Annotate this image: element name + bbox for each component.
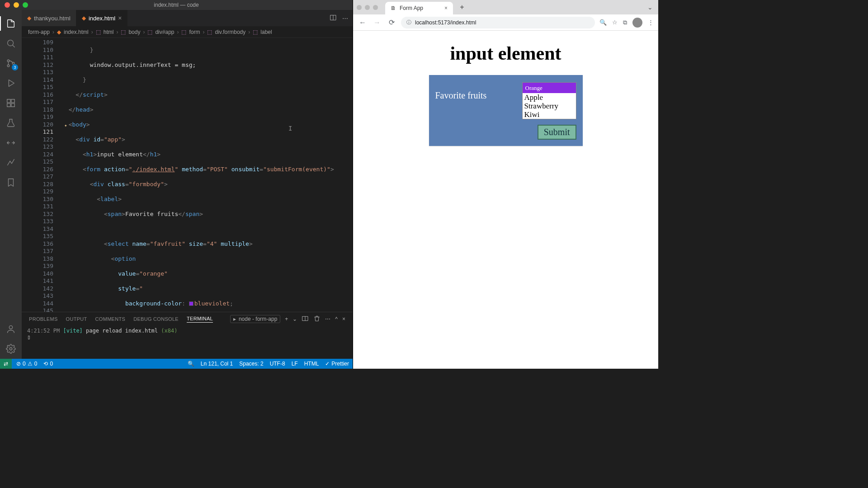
traffic-close[interactable] (357, 5, 362, 10)
traffic-zoom[interactable] (23, 2, 28, 8)
panel-tab-comments[interactable]: COMMENTS (95, 316, 126, 322)
submit-button[interactable]: Submit (538, 125, 576, 140)
tab-thankyou[interactable]: ◆ thankyou.html (22, 10, 76, 26)
bookmark-icon[interactable]: ☆ (612, 19, 618, 26)
scm-badge: 3 (12, 64, 18, 70)
traffic-minimize[interactable] (14, 2, 19, 8)
html-file-icon: ◆ (27, 15, 31, 21)
zoom-icon[interactable]: 🔍 (599, 19, 607, 26)
tab-label: thankyou.html (34, 15, 71, 22)
tab-index[interactable]: ◆ index.html × (76, 10, 127, 26)
status-spaces[interactable]: Spaces: 2 (239, 361, 263, 367)
svg-point-9 (9, 347, 12, 350)
status-errors[interactable]: ⊘ 0 ⚠ 0 (16, 361, 37, 367)
panel-tab-problems[interactable]: PROBLEMS (29, 316, 58, 322)
favicon-icon: 🗎 (391, 5, 396, 11)
editor-tabs: ◆ thankyou.html ◆ index.html × ⋯ (22, 10, 353, 26)
statusbar: ⇄ ⊘ 0 ⚠ 0 ⟲ 0 🔍 Ln 121, Col 1 Spaces: 2 … (0, 359, 353, 369)
split-editor-icon[interactable] (330, 14, 337, 23)
status-prettier[interactable]: ✓ Prettier (325, 361, 349, 367)
menu-icon[interactable]: ⋮ (648, 19, 654, 26)
status-search-icon[interactable]: 🔍 (188, 361, 194, 367)
more-icon[interactable]: ⋯ (342, 15, 348, 22)
accounts-icon[interactable] (0, 319, 22, 339)
settings-gear-icon[interactable] (0, 339, 22, 359)
window-title: index.html — code (0, 2, 353, 8)
svg-rect-4 (7, 99, 10, 103)
browser-tab[interactable]: 🗎 Form App × (385, 2, 453, 14)
activity-bar: 3 (0, 10, 22, 359)
chevron-down-icon[interactable]: ⌄ (292, 316, 297, 322)
svg-rect-5 (11, 99, 14, 103)
browser-tabstrip: 🗎 Form App × + ⌄ (353, 0, 658, 14)
panel-tab-output[interactable]: OUTPUT (66, 316, 87, 322)
search-icon[interactable] (0, 33, 22, 53)
traffic-zoom[interactable] (373, 5, 378, 10)
browser-toolbar: ← → ⟳ ⓘ localhost:5173/index.html 🔍 ☆ ⧉ … (353, 14, 658, 31)
status-cursor[interactable]: Ln 121, Col 1 (201, 361, 233, 367)
titlebar: index.html — code (0, 0, 353, 10)
tab-title: Form App (400, 5, 423, 11)
svg-rect-7 (11, 103, 14, 107)
code-lines[interactable]: } window.output.innerText = msg; } </scr… (61, 38, 353, 312)
close-tab-icon[interactable]: × (444, 5, 448, 11)
html-file-icon: ◆ (82, 15, 86, 21)
tab-label: index.html (89, 15, 115, 22)
svg-rect-6 (7, 103, 10, 107)
status-encoding[interactable]: UTF-8 (270, 361, 285, 367)
new-terminal-icon[interactable]: + (285, 316, 288, 322)
site-info-icon[interactable]: ⓘ (406, 19, 411, 26)
vscode-window: index.html — code 3 (0, 0, 353, 369)
status-lang[interactable]: HTML (304, 361, 319, 367)
option-orange[interactable]: Orange (523, 83, 576, 93)
explorer-icon[interactable] (0, 14, 22, 33)
new-tab-button[interactable]: + (457, 2, 467, 13)
maximize-panel-icon[interactable]: ^ (335, 316, 338, 322)
reload-button[interactable]: ⟳ (387, 18, 396, 27)
status-ports[interactable]: ⟲ 0 (43, 361, 53, 367)
bookmarks-icon[interactable] (0, 173, 22, 192)
address-bar[interactable]: ⓘ localhost:5173/index.html (401, 17, 595, 28)
status-eol[interactable]: LF (292, 361, 298, 367)
testing-icon[interactable] (0, 113, 22, 133)
copilot-suggest-icon[interactable]: ✦ (64, 122, 67, 130)
close-panel-icon[interactable]: × (342, 316, 345, 322)
traffic-minimize[interactable] (365, 5, 370, 10)
remote-status-icon[interactable]: ⇄ (0, 359, 12, 369)
form-card: Favorite fruits Orange Apple Strawberry … (429, 75, 583, 146)
rendered-page: input element Favorite fruits Orange App… (353, 31, 658, 369)
line-gutter: 1091101111121131141151161171181191201211… (22, 38, 61, 312)
code-editor[interactable]: 1091101111121131141151161171181191201211… (22, 38, 353, 312)
expand-tabs-icon[interactable]: ⌄ (647, 4, 653, 11)
bottom-panel: PROBLEMS OUTPUT COMMENTS DEBUG CONSOLE T… (22, 312, 353, 359)
profile-avatar[interactable] (632, 18, 642, 28)
text-cursor-icon: 𝙸 (288, 125, 292, 132)
page-heading: input element (371, 42, 640, 64)
timeline-icon[interactable] (0, 153, 22, 173)
back-button[interactable]: ← (358, 19, 368, 27)
kill-terminal-icon[interactable] (313, 315, 321, 324)
breadcrumb[interactable]: form-app› ◆index.html› ⬚html› ⬚body› ⬚di… (22, 26, 353, 38)
run-debug-icon[interactable] (0, 73, 22, 93)
svg-point-8 (9, 326, 12, 329)
close-icon[interactable]: × (118, 14, 122, 22)
url-text: localhost:5173/index.html (415, 19, 476, 26)
forward-button[interactable]: → (372, 19, 382, 27)
remote-icon[interactable] (0, 133, 22, 153)
traffic-close[interactable] (5, 2, 10, 8)
extensions-icon[interactable] (0, 93, 22, 113)
more-icon[interactable]: ⋯ (325, 316, 330, 322)
option-kiwi[interactable]: Kiwi (523, 110, 576, 119)
panel-tab-terminal[interactable]: TERMINAL (187, 316, 213, 323)
extensions-icon[interactable]: ⧉ (623, 19, 627, 26)
form-label: Favorite fruits (435, 82, 515, 101)
browser-window: 🗎 Form App × + ⌄ ← → ⟳ ⓘ localhost:5173/… (353, 0, 658, 369)
option-strawberry[interactable]: Strawberry (523, 102, 576, 110)
option-apple[interactable]: Apple (523, 93, 576, 102)
terminal-dropdown[interactable]: ▸node - form-app (230, 315, 280, 323)
split-terminal-icon[interactable] (302, 315, 309, 324)
terminal[interactable]: 4:21:52 PM [vite] page reload index.html… (22, 326, 353, 359)
fruit-select[interactable]: Orange Apple Strawberry Kiwi (522, 82, 576, 119)
panel-tab-debug[interactable]: DEBUG CONSOLE (133, 316, 179, 322)
source-control-icon[interactable]: 3 (0, 53, 22, 73)
